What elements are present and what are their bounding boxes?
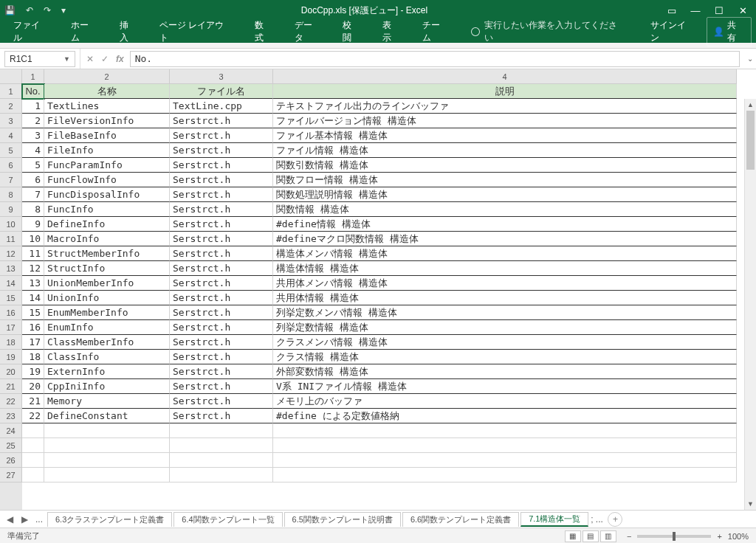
data-cell[interactable]: 19 (22, 364, 44, 379)
ribbon-tab-数式[interactable]: 数式 (246, 21, 281, 43)
data-cell[interactable]: Serstrct.h (170, 173, 273, 187)
header-cell[interactable]: No. (22, 84, 44, 99)
row-header[interactable]: 6 (0, 158, 22, 173)
data-cell[interactable]: UnionMemberInfo (44, 276, 170, 291)
data-cell[interactable]: #define情報 構造体 (273, 217, 737, 232)
data-cell[interactable]: FuncParamInfo (44, 158, 170, 173)
data-cell[interactable]: Serstrct.h (170, 394, 273, 409)
row-header[interactable]: 27 (0, 468, 22, 483)
row-header[interactable]: 2 (0, 99, 22, 114)
header-cell[interactable]: 名称 (44, 84, 170, 99)
empty-cell[interactable] (170, 468, 273, 483)
data-cell[interactable]: 2 (22, 114, 44, 128)
data-cell[interactable]: 21 (22, 394, 44, 409)
row-header[interactable]: 3 (0, 114, 22, 128)
data-cell[interactable]: 8 (22, 202, 44, 217)
data-cell[interactable]: Serstrct.h (170, 158, 273, 173)
empty-cell[interactable] (22, 438, 44, 453)
sheet-tab[interactable]: 6.4関数テンプレート一覧 (173, 512, 282, 527)
page-layout-view-icon[interactable]: ▤ (583, 530, 599, 542)
tab-overflow[interactable]: ... (32, 514, 46, 525)
data-cell[interactable]: MacroInfo (44, 232, 170, 246)
data-cell[interactable]: 6 (22, 173, 44, 187)
data-cell[interactable]: Serstrct.h (170, 379, 273, 394)
data-cell[interactable]: 共用体メンバ情報 構造体 (273, 276, 737, 291)
fx-icon[interactable]: fx (116, 54, 124, 64)
ribbon-tab-ファイル[interactable]: ファイル (4, 21, 58, 43)
data-cell[interactable]: FileInfo (44, 143, 170, 158)
data-cell[interactable]: 14 (22, 291, 44, 305)
ribbon-tab-挿入[interactable]: 挿入 (111, 21, 146, 43)
data-cell[interactable]: Serstrct.h (170, 128, 273, 143)
zoom-slider[interactable] (637, 535, 711, 538)
empty-cell[interactable] (44, 423, 170, 438)
row-header[interactable]: 25 (0, 438, 22, 453)
data-cell[interactable]: 4 (22, 143, 44, 158)
data-cell[interactable]: ExternInfo (44, 364, 170, 379)
data-cell[interactable]: 1 (22, 99, 44, 114)
data-cell[interactable]: ファイル基本情報 構造体 (273, 128, 737, 143)
formula-expand-icon[interactable]: ⌄ (744, 55, 756, 63)
data-cell[interactable]: TextLines (44, 99, 170, 114)
column-header[interactable]: 3 (170, 69, 273, 84)
data-cell[interactable]: ClassInfo (44, 350, 170, 364)
data-cell[interactable]: Serstrct.h (170, 202, 273, 217)
data-cell[interactable]: DefineConstant (44, 409, 170, 423)
data-cell[interactable]: FileBaseInfo (44, 128, 170, 143)
ribbon-tab-ホーム[interactable]: ホーム (62, 21, 106, 43)
sign-in[interactable]: サインイン (643, 21, 702, 43)
empty-cell[interactable] (273, 438, 737, 453)
data-cell[interactable]: FileVersionInfo (44, 114, 170, 128)
row-header[interactable]: 19 (0, 350, 22, 364)
column-header[interactable]: 4 (273, 69, 737, 84)
data-cell[interactable]: Serstrct.h (170, 320, 273, 335)
data-cell[interactable]: Serstrct.h (170, 276, 273, 291)
empty-cell[interactable] (22, 468, 44, 483)
zoom-out-icon[interactable]: − (627, 532, 631, 541)
scroll-thumb[interactable] (746, 111, 755, 170)
empty-cell[interactable] (170, 438, 273, 453)
normal-view-icon[interactable]: ▦ (565, 530, 581, 542)
tab-overflow[interactable]: ; ... (590, 514, 603, 525)
row-header[interactable]: 5 (0, 143, 22, 158)
empty-cell[interactable] (44, 468, 170, 483)
minimize-icon[interactable]: — (687, 5, 704, 16)
row-header[interactable]: 13 (0, 261, 22, 276)
data-cell[interactable]: 列挙定数メンバ情報 構造体 (273, 305, 737, 320)
data-cell[interactable]: #define による定数値格納 (273, 409, 737, 423)
data-cell[interactable]: FuncDisposalInfo (44, 187, 170, 202)
undo-icon[interactable]: ↶ (26, 5, 33, 15)
customize-qat-icon[interactable]: ▾ (61, 5, 66, 15)
data-cell[interactable]: UnionInfo (44, 291, 170, 305)
row-header[interactable]: 18 (0, 335, 22, 350)
data-cell[interactable]: Memory (44, 394, 170, 409)
empty-cell[interactable] (22, 423, 44, 438)
data-cell[interactable]: 22 (22, 409, 44, 423)
data-cell[interactable]: DefineInfo (44, 217, 170, 232)
data-cell[interactable]: 外部変数情報 構造体 (273, 364, 737, 379)
tab-nav-icon[interactable]: ▶ (18, 514, 31, 525)
data-cell[interactable]: クラス情報 構造体 (273, 350, 737, 364)
row-header[interactable]: 24 (0, 423, 22, 438)
scroll-up-icon[interactable]: ▲ (745, 99, 756, 111)
data-cell[interactable]: Serstrct.h (170, 335, 273, 350)
data-cell[interactable]: 20 (22, 379, 44, 394)
data-cell[interactable]: 構造体メンバ情報 構造体 (273, 246, 737, 261)
ribbon-tab-表示[interactable]: 表示 (374, 21, 409, 43)
column-header[interactable]: 2 (44, 69, 170, 84)
cancel-formula-icon[interactable]: ✕ (86, 54, 94, 64)
data-cell[interactable]: 列挙定数情報 構造体 (273, 320, 737, 335)
row-header[interactable]: 20 (0, 364, 22, 379)
row-header[interactable]: 11 (0, 232, 22, 246)
zoom-in-icon[interactable]: + (717, 532, 721, 541)
data-cell[interactable]: EnumInfo (44, 320, 170, 335)
data-cell[interactable]: 16 (22, 320, 44, 335)
data-cell[interactable]: Serstrct.h (170, 291, 273, 305)
data-cell[interactable]: 共用体情報 構造体 (273, 291, 737, 305)
data-cell[interactable]: 構造体情報 構造体 (273, 261, 737, 276)
data-cell[interactable]: Serstrct.h (170, 187, 273, 202)
row-header[interactable]: 23 (0, 409, 22, 423)
data-cell[interactable]: Serstrct.h (170, 261, 273, 276)
data-cell[interactable]: Serstrct.h (170, 364, 273, 379)
data-cell[interactable]: 17 (22, 335, 44, 350)
